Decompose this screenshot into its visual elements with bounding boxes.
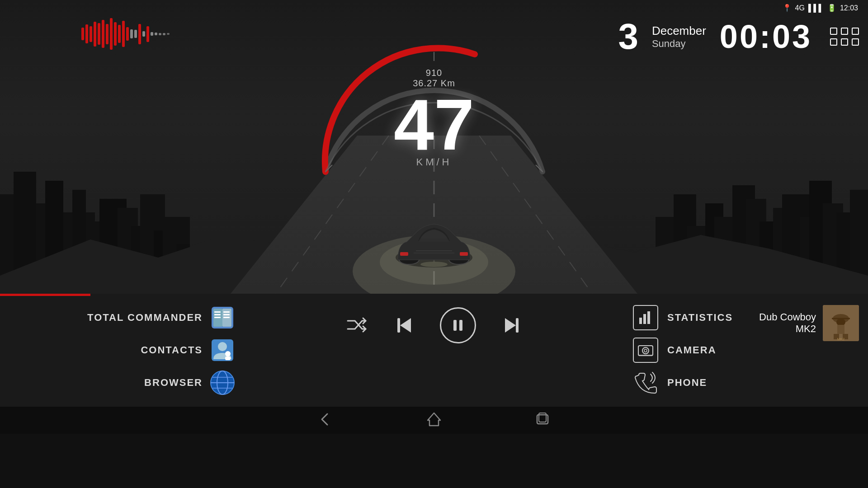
svg-rect-53 (214, 317, 221, 318)
camera-label: CAMERA (667, 344, 717, 356)
app-panel: TOTAL COMMANDER CONTACTS (0, 294, 868, 407)
speed-value: 47 (394, 89, 474, 161)
next-button[interactable] (499, 313, 524, 338)
track-artist: MK2 (759, 323, 816, 335)
location-icon: 📍 (783, 4, 792, 12)
svg-rect-75 (397, 318, 400, 333)
wave-bar-8 (110, 18, 113, 50)
left-apps: TOTAL COMMANDER CONTACTS (0, 294, 244, 407)
svg-rect-85 (837, 325, 844, 334)
wave-bar-14 (134, 30, 137, 38)
track-title: Dub Cowboy (759, 311, 816, 323)
svg-marker-78 (505, 318, 516, 333)
shuffle-button[interactable] (344, 313, 369, 338)
grid-dot-6 (852, 38, 859, 46)
svg-rect-42 (400, 252, 408, 256)
now-playing: Dub Cowboy MK2 MK2 (759, 305, 859, 341)
progress-bar (0, 294, 90, 296)
svg-rect-60 (225, 357, 231, 360)
svg-rect-69 (647, 311, 650, 324)
svg-point-72 (644, 349, 647, 352)
home-button[interactable] (425, 410, 443, 430)
total-commander-item[interactable]: TOTAL COMMANDER (0, 301, 244, 334)
contacts-icon (210, 338, 235, 363)
time-display: 00:03 (720, 18, 812, 55)
svg-point-58 (218, 342, 227, 351)
status-time: 12:03 (840, 4, 858, 12)
wave-bar-16 (142, 31, 145, 37)
dashboard-area: 910 36.27 Km 47 KM/H 3 December (0, 0, 868, 294)
wave-bar-21 (163, 33, 165, 35)
phone-icon (633, 370, 658, 395)
svg-rect-79 (516, 318, 519, 333)
wave-bar-18 (151, 32, 153, 36)
signal-icon: ▌▌▌ (808, 4, 824, 12)
nav-bar (0, 407, 868, 434)
svg-rect-77 (459, 320, 462, 331)
music-controls (344, 307, 524, 343)
statistics-icon (633, 305, 658, 330)
total-commander-label: TOTAL COMMANDER (87, 312, 203, 324)
status-bar: 📍 4G ▌▌▌ 🔋 12:03 (783, 4, 858, 12)
svg-rect-54 (223, 311, 230, 313)
wave-bar-12 (126, 27, 129, 41)
svg-rect-43 (460, 252, 468, 256)
battery-icon: 🔋 (827, 4, 836, 12)
pause-button[interactable] (440, 307, 476, 343)
svg-rect-67 (639, 318, 642, 324)
phone-label: PHONE (667, 377, 707, 389)
svg-rect-55 (223, 314, 230, 315)
wave-bar-6 (102, 20, 104, 48)
wave-bar-1 (81, 28, 84, 40)
grid-dot-2 (841, 28, 848, 35)
svg-rect-56 (223, 317, 230, 318)
grid-dot-1 (830, 28, 837, 35)
svg-text:MK2: MK2 (837, 337, 845, 341)
contacts-label: CONTACTS (141, 344, 203, 356)
wave-bar-15 (138, 24, 141, 44)
grid-dot-4 (830, 38, 837, 46)
wave-bar-20 (159, 33, 161, 35)
svg-rect-68 (643, 314, 646, 324)
date-number: 3 (618, 16, 638, 56)
camera-icon (633, 338, 658, 363)
wave-bar-3 (90, 26, 92, 42)
svg-marker-74 (400, 318, 411, 333)
wave-bar-11 (122, 21, 125, 47)
prev-button[interactable] (392, 313, 417, 338)
network-type: 4G (795, 4, 805, 12)
browser-icon (210, 370, 235, 395)
wave-bar-22 (167, 33, 170, 35)
date-weekday: Sunday (652, 38, 706, 50)
wave-bar-9 (114, 22, 117, 46)
svg-point-71 (642, 347, 649, 354)
recents-button[interactable] (533, 410, 552, 430)
wave-bar-2 (85, 24, 88, 43)
car-image (393, 212, 475, 285)
back-button[interactable] (316, 410, 335, 430)
wave-bar-13 (130, 29, 133, 38)
total-commander-icon (210, 305, 235, 330)
month-weekday-block: December Sunday (652, 24, 706, 50)
statistics-label: STATISTICS (667, 312, 733, 324)
svg-point-59 (225, 351, 231, 357)
wave-bar-5 (98, 23, 100, 45)
svg-rect-52 (214, 314, 221, 315)
wave-bar-10 (118, 25, 121, 43)
wave-bar-19 (155, 33, 157, 35)
header-right: 3 December Sunday 00:03 (618, 18, 859, 55)
album-art: MK2 (823, 305, 859, 341)
browser-label: BROWSER (144, 377, 203, 389)
audio-waveform (81, 18, 170, 50)
svg-rect-51 (214, 311, 221, 313)
grid-dot-5 (841, 38, 848, 46)
app-grid-dots[interactable] (830, 28, 859, 46)
svg-marker-89 (428, 413, 440, 426)
speed-display: 910 36.27 Km 47 KM/H (394, 68, 474, 168)
odometer-value: 910 (394, 68, 474, 78)
wave-bar-7 (106, 24, 108, 44)
browser-item[interactable]: BROWSER (0, 366, 244, 399)
contacts-item[interactable]: CONTACTS (0, 334, 244, 366)
svg-rect-76 (453, 320, 457, 331)
phone-item[interactable]: PHONE (624, 366, 868, 399)
